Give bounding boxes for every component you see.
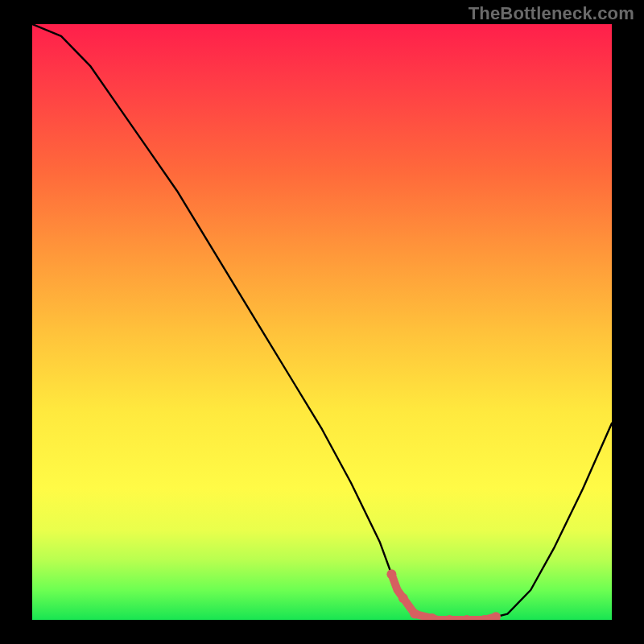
- chart-svg: [32, 24, 612, 620]
- plot-area: [32, 24, 612, 620]
- bottleneck-curve-path: [32, 24, 612, 620]
- chart-container: TheBottleneck.com: [0, 0, 644, 644]
- marker-dot: [386, 569, 396, 579]
- attribution-label: TheBottleneck.com: [469, 3, 634, 24]
- marker-group: [386, 569, 501, 620]
- marker-dot: [462, 615, 472, 620]
- marker-dot: [398, 593, 408, 603]
- marker-dot: [491, 612, 501, 620]
- marker-dot: [444, 615, 454, 620]
- marker-dot: [410, 609, 419, 619]
